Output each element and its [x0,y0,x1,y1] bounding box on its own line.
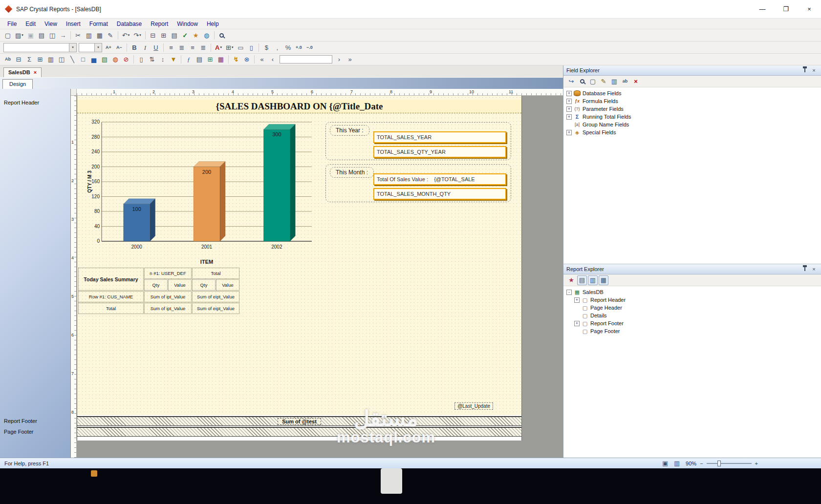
zoom-out-icon[interactable]: − [700,461,703,466]
percent-icon[interactable]: % [283,42,293,52]
this-month-group-box[interactable]: This Month : Total Of Sales Value : {@TO… [325,164,511,202]
today-sales-summary-table[interactable]: Today Sales Summaryn #1: USER_DEFTotalQt… [78,268,239,314]
insert-section-icon[interactable]: ▥ [46,55,56,64]
expand-toggle-icon[interactable]: - [566,290,572,295]
tree-item-report-header[interactable]: +▢Report Header [563,296,821,304]
align-center-icon[interactable]: ≣ [177,42,187,52]
refresh-icon[interactable]: ↯ [231,55,241,64]
zoom-slider-handle[interactable] [717,461,721,466]
report-footer-band[interactable]: Sum of @test [77,416,521,426]
increase-decimals-icon[interactable]: +.0 [294,42,303,52]
first-page-icon[interactable]: « [257,55,267,64]
tree-item-report-footer[interactable]: +▢Report Footer [563,319,821,327]
open-report-icon[interactable]: ▨▾ [14,30,25,40]
menu-help[interactable]: Help [202,20,223,28]
field-total-sales-month-qty[interactable]: TOTAL_SALES_MONTH_QTY [373,188,506,200]
increase-font-size-icon[interactable]: A+ [104,42,113,52]
group-header-cell[interactable]: Total [192,268,239,279]
insert-cross-tab-icon[interactable]: ⊞ [35,55,45,64]
layout-design-icon[interactable]: ▣ [660,459,670,468]
sub-header-cell[interactable]: Value [168,279,192,291]
view-grids-subreports-icon[interactable]: ▦ [599,275,608,285]
font-name-combo[interactable]: ▾ [3,43,77,52]
maximize-button[interactable]: ❐ [774,0,798,18]
report-explorer-icon[interactable]: ▤ [170,30,179,40]
this-month-label[interactable]: This Month : [330,167,374,178]
zoom-in-icon[interactable]: + [755,461,758,466]
tab-close-icon[interactable]: × [34,69,37,75]
menu-window[interactable]: Window [173,20,202,28]
template-expert-icon[interactable]: ▦ [216,55,226,64]
expand-toggle-icon[interactable]: + [574,321,580,326]
decrease-decimals-icon[interactable]: −.0 [304,42,314,52]
menu-edit[interactable]: Edit [21,20,40,28]
previous-page-icon[interactable]: ‹ [268,55,278,64]
toggle-group-tree-icon[interactable]: ⊟ [148,30,158,40]
format-painter-icon[interactable]: ✎ [106,30,115,40]
new-field-icon[interactable]: ▢ [588,77,598,86]
paste-icon[interactable]: ▦ [95,30,105,40]
last-page-icon[interactable]: » [345,55,355,64]
field-total-sales-month-value[interactable]: Total Of Sales Value : {@TOTAL_SALE [373,173,506,185]
insert-box-icon[interactable]: □ [78,55,88,64]
close-panel-icon[interactable]: × [810,265,818,273]
suppress-icon[interactable]: ▭ [236,42,245,52]
tree-item-running-total-fields[interactable]: +ΣRunning Total Fields [563,113,821,121]
sub-header-cell[interactable]: Qty [192,279,216,291]
row-label-cell[interactable]: Row #1: CUS_NAME [78,291,144,302]
italic-icon[interactable]: I [140,42,150,52]
chevron-down-icon[interactable]: ▾ [69,43,76,52]
value-field-cell[interactable]: Sum of ipt_Value [144,303,192,314]
duplicate-field-icon[interactable]: ▥ [609,77,619,86]
group-header-cell[interactable]: n #1: USER_DEF [144,268,192,279]
report-chart[interactable]: 0408012016020024028032010020002002001300… [87,116,322,268]
tree-item-details[interactable]: ▢Details [563,312,821,319]
print-preview-icon[interactable]: ◫ [47,30,57,40]
tree-item-special-fields[interactable]: +◈Special Fields [563,128,821,136]
data-wand-icon[interactable]: ★ [566,275,576,285]
chart-bar[interactable] [263,129,290,241]
insert-line-icon[interactable]: ╲ [67,55,77,64]
close-button[interactable]: × [798,0,821,18]
insert-to-report-icon[interactable]: ↪ [566,77,576,86]
menu-report[interactable]: Report [146,20,173,28]
tree-item-formula-fields[interactable]: +ƒxFormula Fields [563,97,821,105]
save-report-icon[interactable]: ▣ [26,30,36,40]
page-footer-band[interactable] [77,427,521,437]
section-report-header[interactable]: Report Header [4,100,39,105]
copy-icon[interactable]: ▥ [84,30,94,40]
insert-subreport-icon[interactable]: ◫ [57,55,66,64]
menu-insert[interactable]: Insert [62,20,85,28]
value-field-cell[interactable]: Sum of eipt_Value [192,291,239,302]
taskbar-icon[interactable] [91,470,97,477]
tree-item-group-name-fields[interactable]: [a]Group Name Fields [563,121,821,128]
menu-database[interactable]: Database [112,20,146,28]
design-canvas[interactable]: 1234567891011 12345678 {SALES DASHBOARD … [71,89,563,458]
font-color-icon[interactable]: A▾ [214,42,223,52]
sub-header-cell[interactable]: Qty [144,279,168,291]
formula-workshop-icon[interactable]: ƒ [184,55,194,64]
rename-field-icon[interactable]: ab [620,77,630,86]
tree-item-database-fields[interactable]: +Database Fields [563,89,821,97]
lock-format-icon[interactable]: ▯ [246,42,256,52]
section-expert-icon[interactable]: ▤ [194,55,204,64]
page-number-input[interactable] [280,55,332,63]
expand-toggle-icon[interactable]: + [566,130,572,135]
summary-corner-cell[interactable]: Today Sales Summary [78,268,144,291]
this-year-label[interactable]: This Year : [330,125,369,136]
insert-ole-object-icon[interactable]: ▯ [136,55,146,64]
record-sort-expert-icon[interactable]: ⇅ [147,55,157,64]
tab-design[interactable]: Design [2,79,33,89]
field-last-update[interactable]: @Last_Update [454,402,493,410]
tab-salesdb[interactable]: SalesDB × [3,67,42,77]
value-field-cell[interactable]: Sum of ipt_Value [144,291,192,302]
html-preview-icon[interactable]: ◍ [202,30,212,40]
insert-group-icon[interactable]: ⊟ [14,55,23,64]
chevron-down-icon[interactable]: ▾ [94,43,102,52]
pin-icon[interactable] [800,265,809,273]
tree-item-page-header[interactable]: ▢Page Header [563,304,821,312]
expand-toggle-icon[interactable]: + [566,106,572,112]
expand-toggle-icon[interactable]: + [574,297,580,303]
print-icon[interactable]: ▤ [37,30,46,40]
section-report-footer[interactable]: Report Footer [4,418,37,424]
